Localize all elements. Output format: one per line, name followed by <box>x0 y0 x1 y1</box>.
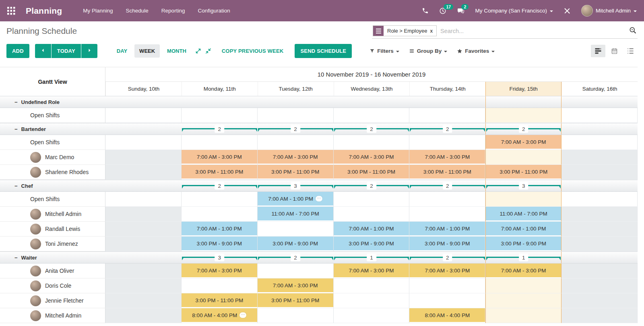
day-cell[interactable]: 7:00 AM - 1:00 PM <box>258 192 334 207</box>
day-cell[interactable]: 7:00 AM - 1:00 PM <box>334 222 410 237</box>
shift-11-00-am-7-00-pm[interactable]: 11:00 AM - 7:00 PM <box>486 207 561 220</box>
company-switcher[interactable]: My Company (San Francisco) <box>475 8 553 14</box>
collapse-minus-icon[interactable]: − <box>14 126 18 132</box>
day-cell[interactable] <box>561 222 638 237</box>
shift-3-00-pm-11-00-pm[interactable]: 3:00 PM - 11:00 PM <box>258 165 333 179</box>
day-cell[interactable] <box>485 108 561 123</box>
day-cell[interactable]: 3:00 PM - 11:00 PM <box>258 165 334 180</box>
day-cell[interactable]: 3:00 PM - 9:00 PM <box>485 237 561 251</box>
day-cell[interactable]: 7:00 AM - 1:00 PM <box>182 222 258 237</box>
day-cell[interactable] <box>182 192 258 207</box>
shift-7-00-am-3-00-pm[interactable]: 7:00 AM - 3:00 PM <box>182 264 257 277</box>
day-cell[interactable] <box>334 192 410 207</box>
day-cell[interactable] <box>561 165 638 180</box>
group-by-dropdown[interactable]: Group By <box>409 48 448 54</box>
day-cell[interactable]: 7:00 AM - 3:00 PM <box>258 150 334 165</box>
day-cell[interactable] <box>485 192 561 207</box>
day-cell[interactable] <box>182 278 258 293</box>
day-cell[interactable] <box>258 222 334 237</box>
day-cell[interactable]: 3:00 PM - 11:00 PM <box>485 165 561 180</box>
apps-grid-icon[interactable] <box>7 6 16 15</box>
day-cell[interactable]: 7:00 AM - 1:00 PM <box>409 222 485 237</box>
group-row-waiter[interactable]: −Waiter32121 <box>0 251 638 264</box>
collapse-minus-icon[interactable]: − <box>14 183 18 189</box>
shift-3-00-pm-11-00-pm[interactable]: 3:00 PM - 11:00 PM <box>258 293 333 307</box>
day-cell[interactable]: 7:00 AM - 1:00 PM <box>485 222 561 237</box>
scale-day-button[interactable]: DAY <box>112 44 132 58</box>
day-cell[interactable]: 3:00 PM - 11:00 PM <box>409 165 485 180</box>
shift-8-00-am-4-00-pm[interactable]: 8:00 AM - 4:00 PM <box>409 308 485 322</box>
day-cell[interactable] <box>258 308 334 323</box>
day-cell[interactable]: 3:00 PM - 11:00 PM <box>182 165 258 180</box>
shift-3-00-pm-9-00-pm[interactable]: 3:00 PM - 9:00 PM <box>409 237 485 250</box>
day-cell[interactable]: 3:00 PM - 11:00 PM <box>334 165 410 180</box>
day-cell[interactable]: 8:00 AM - 4:00 PM <box>409 308 485 323</box>
day-cell[interactable] <box>258 264 334 278</box>
day-cell[interactable] <box>258 108 334 123</box>
day-cell[interactable]: 3:00 PM - 11:00 PM <box>182 293 258 308</box>
shift-7-00-am-3-00-pm[interactable]: 7:00 AM - 3:00 PM <box>486 264 561 277</box>
menu-my-planning[interactable]: My Planning <box>83 8 113 14</box>
shift-7-00-am-1-00-pm[interactable]: 7:00 AM - 1:00 PM <box>334 222 409 235</box>
day-cell[interactable] <box>334 278 410 293</box>
prev-arrow-button[interactable] <box>35 44 51 58</box>
day-cell[interactable] <box>485 308 561 323</box>
shift-7-00-am-1-00-pm[interactable]: 7:00 AM - 1:00 PM <box>182 222 257 235</box>
activities-icon[interactable]: 17 <box>439 7 446 15</box>
shift-3-00-pm-11-00-pm[interactable]: 3:00 PM - 11:00 PM <box>334 165 409 179</box>
expand-rows-icon[interactable] <box>195 48 201 54</box>
shift-7-00-am-3-00-pm[interactable]: 7:00 AM - 3:00 PM <box>258 150 333 164</box>
group-row-bartender[interactable]: −Bartender22222 <box>0 123 638 135</box>
day-cell[interactable]: 7:00 AM - 3:00 PM <box>334 150 410 165</box>
day-cell[interactable]: 7:00 AM - 3:00 PM <box>182 264 258 278</box>
day-cell[interactable]: 7:00 AM - 3:00 PM <box>409 150 485 165</box>
day-cell[interactable] <box>334 293 410 308</box>
shift-7-00-am-3-00-pm[interactable]: 7:00 AM - 3:00 PM <box>334 150 409 164</box>
day-cell[interactable] <box>561 108 638 123</box>
menu-schedule[interactable]: Schedule <box>126 8 149 14</box>
collapse-minus-icon[interactable]: − <box>14 99 18 105</box>
day-cell[interactable] <box>485 293 561 308</box>
day-cell[interactable] <box>334 135 410 150</box>
shift-7-00-am-1-00-pm[interactable]: 7:00 AM - 1:00 PM <box>486 222 561 235</box>
day-cell[interactable]: 8:00 AM - 4:00 PM <box>182 308 258 323</box>
shift-3-00-pm-11-00-pm[interactable]: 3:00 PM - 11:00 PM <box>409 165 485 179</box>
scale-week-button[interactable]: WEEK <box>134 44 160 58</box>
day-cell[interactable] <box>561 135 638 150</box>
day-cell[interactable] <box>561 207 638 222</box>
day-cell[interactable]: 3:00 PM - 9:00 PM <box>258 237 334 251</box>
shift-3-00-pm-11-00-pm[interactable]: 3:00 PM - 11:00 PM <box>182 165 257 179</box>
day-cell[interactable] <box>561 264 638 278</box>
shift-11-00-am-7-00-pm[interactable]: 11:00 AM - 7:00 PM <box>258 207 333 220</box>
day-cell[interactable] <box>105 264 182 278</box>
day-cell[interactable] <box>409 192 485 207</box>
group-row-undefined-role[interactable]: −Undefined Role <box>0 96 638 108</box>
calendar-view-icon[interactable] <box>607 45 621 57</box>
day-cell[interactable] <box>105 108 182 123</box>
day-cell[interactable]: 7:00 AM - 3:00 PM <box>485 264 561 278</box>
search-input[interactable] <box>440 28 629 34</box>
phone-icon[interactable] <box>422 7 429 14</box>
day-cell[interactable] <box>105 222 182 237</box>
search-magnifier-icon[interactable] <box>629 26 637 36</box>
shift-3-00-pm-9-00-pm[interactable]: 3:00 PM - 9:00 PM <box>258 237 333 250</box>
shift-3-00-pm-11-00-pm[interactable]: 3:00 PM - 11:00 PM <box>182 293 257 307</box>
collapse-rows-icon[interactable] <box>205 48 211 54</box>
add-button[interactable]: ADD <box>6 44 29 58</box>
today-button[interactable]: TODAY <box>52 44 81 58</box>
day-cell[interactable]: 3:00 PM - 9:00 PM <box>334 237 410 251</box>
filters-dropdown[interactable]: Filters <box>369 48 399 54</box>
day-cell[interactable] <box>409 207 485 222</box>
day-cell[interactable] <box>561 308 638 323</box>
shift-7-00-am-3-00-pm[interactable]: 7:00 AM - 3:00 PM <box>258 278 333 292</box>
copy-previous-week-button[interactable]: COPY PREVIOUS WEEK <box>222 48 284 54</box>
day-cell[interactable]: 7:00 AM - 3:00 PM <box>334 264 410 278</box>
day-cell[interactable] <box>105 207 182 222</box>
day-cell[interactable] <box>105 165 182 180</box>
send-schedule-button[interactable]: SEND SCHEDULE <box>295 44 352 58</box>
day-cell[interactable]: 11:00 AM - 7:00 PM <box>485 207 561 222</box>
day-cell[interactable] <box>182 135 258 150</box>
day-cell[interactable] <box>485 150 561 165</box>
search-bar[interactable]: Role > Employee x <box>372 25 638 39</box>
day-cell[interactable] <box>409 108 485 123</box>
